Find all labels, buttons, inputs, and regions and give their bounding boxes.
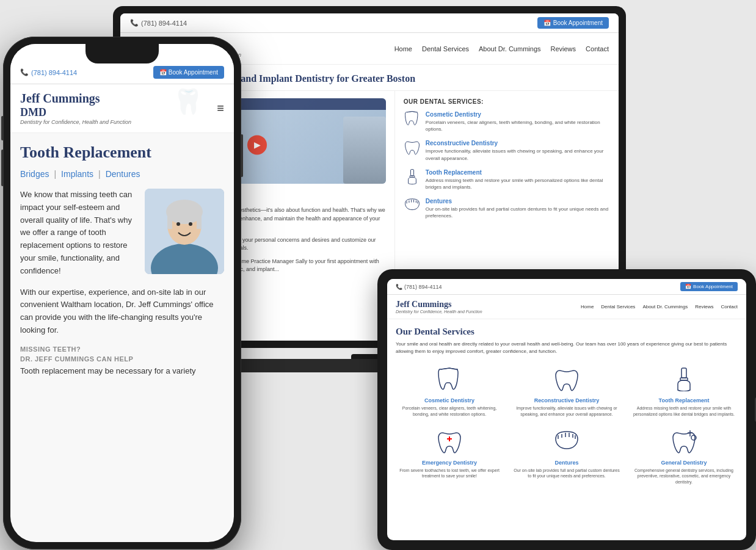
service-desc: Porcelain veneers, clear aligners, teeth… <box>426 119 610 132</box>
phone-number[interactable]: 📞 (781) 894-4114 <box>20 68 77 76</box>
service-name[interactable]: Dentures <box>426 198 610 204</box>
tab-nav-about[interactable]: About Dr. Cummings <box>642 304 688 309</box>
tablet-service-name[interactable]: Emergency Dentistry <box>422 460 477 466</box>
phone-shell: 📞 (781) 894-4114 📅 Book Appointment Jeff… <box>3 37 241 549</box>
phone-content-row: We know that missing teeth can impact yo… <box>20 189 224 278</box>
nav-home[interactable]: Home <box>394 45 412 52</box>
phone-more-text: With our expertise, experience, and on-s… <box>20 286 224 337</box>
service-desc: Our on-site lab provides full and partia… <box>426 206 610 219</box>
laptop-topbar: 📞 (781) 894-4114 📅 Book Appointment <box>120 13 619 33</box>
tablet-subtitle: Your smile and oral health are directly … <box>396 341 738 355</box>
phone-icon: 📞 <box>130 19 139 27</box>
tablet-service-name[interactable]: Dentures <box>554 460 578 466</box>
service-desc: Improve functionality, alleviate issues … <box>426 148 610 161</box>
tab-nav-contact[interactable]: Contact <box>721 304 738 309</box>
laptop-service-item: Cosmetic Dentistry Porcelain veneers, cl… <box>404 111 610 132</box>
nav-dental[interactable]: Dental Services <box>422 45 469 52</box>
calendar-icon: 📅 <box>685 284 691 289</box>
phone-logo: Jeff Cummings DMD Dentistry for Confiden… <box>20 92 131 125</box>
tablet-service-card: Tooth Replacement Address missing teeth … <box>630 364 738 418</box>
laptop-service-item: Dentures Our on-site lab provides full a… <box>404 198 610 219</box>
service-icon-reconstructive <box>404 140 421 154</box>
tablet-service-name[interactable]: General Dentistry <box>661 460 707 466</box>
nav-contact[interactable]: Contact <box>586 45 609 52</box>
phone-screen: 📞 (781) 894-4114 📅 Book Appointment Jeff… <box>10 44 234 542</box>
laptop-service-item: Tooth Replacement Address missing teeth … <box>404 169 610 190</box>
tablet-service-desc: Porcelain veneers, clear aligners, teeth… <box>396 405 503 418</box>
service-name[interactable]: Tooth Replacement <box>426 169 610 176</box>
laptop-book-button[interactable]: 📅 Book Appointment <box>537 17 609 29</box>
tablet-service-desc: Improve functionality, alleviate issues … <box>513 405 620 418</box>
phone-device: 📞 (781) 894-4114 📅 Book Appointment Jeff… <box>3 37 241 549</box>
link-implants[interactable]: Implants <box>61 169 93 179</box>
tablet-screen: 📞 (781) 894-4114 📅 Book Appointment Jeff… <box>387 279 746 540</box>
tablet-logo: Jeff Cummings Dentistry for Confidence, … <box>396 300 482 314</box>
service-name[interactable]: Reconstructive Dentistry <box>426 140 610 147</box>
phone-subheading2: DR. JEFF CUMMINGS CAN HELP <box>20 355 224 363</box>
tablet-content: Our Dental Services Your smile and oral … <box>387 319 746 493</box>
laptop-service-item: Reconstructive Dentistry Improve functio… <box>404 140 610 161</box>
phone-header: Jeff Cummings DMD Dentistry for Confiden… <box>10 84 234 133</box>
tablet-service-desc: From severe toothaches to lost teeth, we… <box>396 468 503 480</box>
svg-rect-7 <box>197 212 202 229</box>
calendar-icon: 📅 <box>543 20 551 26</box>
svg-point-8 <box>176 222 180 226</box>
tablet-services-grid: Cosmetic Dentistry Porcelain veneers, cl… <box>396 364 738 485</box>
phone-page-title: Tooth Replacement <box>20 143 224 162</box>
tablet-service-name[interactable]: Tooth Replacement <box>659 397 710 403</box>
service-icon-tooth-replacement <box>404 169 421 184</box>
services-title: OUR DENTAL SERVICES: <box>404 98 610 105</box>
tooth-watermark: 🦷 <box>173 87 203 116</box>
laptop-phone-number[interactable]: 📞 (781) 894-4114 <box>130 19 187 27</box>
svg-point-12 <box>691 435 696 440</box>
tablet-service-card: Emergency Dentistry From severe toothach… <box>396 426 503 485</box>
phone-book-button[interactable]: 📅 Book Appointment <box>153 66 224 79</box>
service-icon-dentures <box>404 198 421 212</box>
tablet-shell: 📞 (781) 894-4114 📅 Book Appointment Jeff… <box>377 269 756 550</box>
tablet-service-desc: Our on-site lab provides full and partia… <box>513 468 620 480</box>
service-desc: Address missing teeth and restore your s… <box>426 177 610 190</box>
svg-rect-6 <box>167 212 172 229</box>
tablet-service-card: Cosmetic Dentistry Porcelain veneers, cl… <box>396 364 503 418</box>
calendar-icon: 📅 <box>159 69 167 76</box>
phone-vol-down-button[interactable] <box>1 150 4 186</box>
phone-power-button[interactable] <box>241 134 243 177</box>
patient-image <box>145 189 224 274</box>
tablet-service-icon-dentures <box>550 426 584 457</box>
nav-reviews[interactable]: Reviews <box>551 45 576 52</box>
link-dentures[interactable]: Dentures <box>106 169 140 179</box>
tablet-topbar: 📞 (781) 894-4114 📅 Book Appointment <box>387 279 746 295</box>
phone-icon: 📞 <box>20 68 29 76</box>
hamburger-menu[interactable]: ≡ <box>217 101 224 115</box>
tab-nav-reviews[interactable]: Reviews <box>695 304 713 309</box>
tablet-service-icon-tooth-replacement <box>667 364 701 394</box>
phone-anchor-links: Bridges | Implants | Dentures <box>20 169 224 179</box>
play-button[interactable]: ▶ <box>247 135 267 154</box>
svg-rect-10 <box>681 368 686 378</box>
service-icon-cosmetic <box>404 111 421 126</box>
tablet-service-name[interactable]: Reconstructive Dentistry <box>534 397 600 403</box>
phone-vol-up-button[interactable] <box>1 116 4 140</box>
svg-rect-0 <box>410 169 413 175</box>
tablet-service-card: Reconstructive Dentistry Improve functio… <box>513 364 620 418</box>
tab-nav-home[interactable]: Home <box>581 304 594 309</box>
laptop-services-list: Cosmetic Dentistry Porcelain veneers, cl… <box>404 111 610 220</box>
link-bridges[interactable]: Bridges <box>20 169 49 179</box>
tablet-book-button[interactable]: 📅 Book Appointment <box>680 282 738 291</box>
service-name[interactable]: Cosmetic Dentistry <box>426 111 610 118</box>
phone-text-block: We know that missing teeth can impact yo… <box>20 189 137 278</box>
tablet-service-desc: Comprehensive general dentistry services… <box>630 468 738 485</box>
tablet-service-icon-reconstructive <box>550 364 584 394</box>
tablet-device: 📞 (781) 894-4114 📅 Book Appointment Jeff… <box>377 269 756 550</box>
tablet-service-name[interactable]: Cosmetic Dentistry <box>424 397 474 403</box>
nav-about[interactable]: About Dr. Cummings <box>479 45 540 52</box>
tab-nav-dental[interactable]: Dental Services <box>601 304 635 309</box>
tablet-header: Jeff Cummings Dentistry for Confidence, … <box>387 295 746 319</box>
tablet-phone-number[interactable]: 📞 (781) 894-4114 <box>396 284 442 290</box>
tablet-service-icon-general <box>667 426 701 457</box>
tablet-page-title: Our Dental Services <box>396 327 738 337</box>
phone-notch <box>85 44 159 63</box>
doctor-image <box>343 117 386 184</box>
phone-main: Tooth Replacement Bridges | Implants | D… <box>10 133 234 388</box>
phone-footer-text: Tooth replacement may be necessary for a… <box>20 365 224 378</box>
